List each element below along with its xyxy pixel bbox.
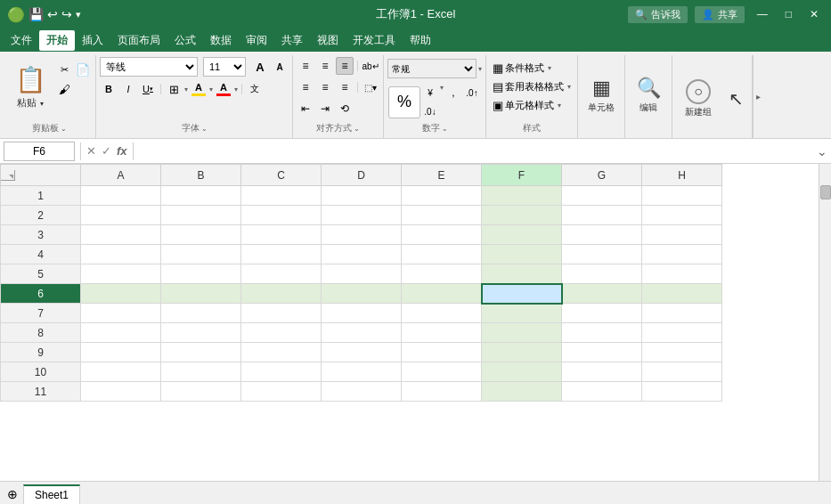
underline-button[interactable]: U ▾ bbox=[139, 80, 157, 98]
cell-G10[interactable] bbox=[562, 362, 642, 382]
cell-F8[interactable] bbox=[482, 323, 562, 343]
cell-A10[interactable] bbox=[81, 362, 161, 382]
bold-button[interactable]: B bbox=[100, 80, 118, 98]
cell-A7[interactable] bbox=[81, 304, 161, 323]
align-mid-center-button[interactable]: ≡ bbox=[316, 78, 334, 96]
cell-B5[interactable] bbox=[161, 264, 241, 284]
cell-H2[interactable] bbox=[642, 206, 722, 225]
merge-center-button[interactable]: ⬚▾ bbox=[362, 78, 379, 96]
text-direction-button[interactable]: ⟲ bbox=[336, 100, 354, 118]
cell-C1[interactable] bbox=[241, 186, 322, 206]
cell-H7[interactable] bbox=[642, 304, 722, 323]
cell-D4[interactable] bbox=[322, 245, 402, 264]
cell-D1[interactable] bbox=[322, 186, 402, 206]
row-header-4[interactable]: 4 bbox=[1, 245, 81, 264]
cell-H3[interactable] bbox=[642, 225, 722, 245]
cell-A9[interactable] bbox=[81, 343, 161, 362]
row-header-5[interactable]: 5 bbox=[1, 264, 81, 284]
align-top-right-button[interactable]: ≡ bbox=[336, 57, 354, 75]
col-header-e[interactable]: E bbox=[402, 165, 482, 186]
align-mid-left-button[interactable]: ≡ bbox=[297, 78, 314, 96]
col-header-h[interactable]: H bbox=[642, 165, 722, 186]
align-top-left-button[interactable]: ≡ bbox=[297, 57, 314, 75]
cell-D3[interactable] bbox=[322, 225, 402, 245]
row-header-10[interactable]: 10 bbox=[1, 362, 81, 382]
cell-G1[interactable] bbox=[562, 186, 642, 206]
cell-F11[interactable] bbox=[482, 382, 562, 402]
cell-G11[interactable] bbox=[562, 382, 642, 402]
cell-F5[interactable] bbox=[482, 264, 562, 284]
cell-B11[interactable] bbox=[161, 382, 241, 402]
cell-B7[interactable] bbox=[161, 304, 241, 323]
align-mid-right-button[interactable]: ≡ bbox=[336, 78, 354, 96]
cell-C9[interactable] bbox=[241, 343, 322, 362]
cell-B3[interactable] bbox=[161, 225, 241, 245]
menu-item-share[interactable]: 共享 bbox=[274, 30, 310, 51]
cell-F4[interactable] bbox=[482, 245, 562, 264]
cell-E9[interactable] bbox=[402, 343, 482, 362]
font-grow-button[interactable]: A bbox=[251, 58, 269, 76]
cell-C10[interactable] bbox=[241, 362, 322, 382]
cell-D6[interactable] bbox=[322, 284, 402, 304]
cell-A3[interactable] bbox=[81, 225, 161, 245]
sheet-tab-1[interactable]: Sheet1 bbox=[23, 484, 80, 504]
scrollbar-thumb[interactable] bbox=[820, 185, 831, 199]
wrap-text-button[interactable]: ab↵ bbox=[362, 57, 379, 75]
cut-button[interactable]: ✂ bbox=[55, 61, 73, 78]
cell-D10[interactable] bbox=[322, 362, 402, 382]
close-button[interactable]: ✕ bbox=[804, 8, 824, 20]
conditional-format-button[interactable]: ▦ 条件格式 ▾ bbox=[490, 61, 554, 76]
cell-H6[interactable] bbox=[642, 284, 722, 304]
number-format-select[interactable]: 常规 bbox=[387, 59, 477, 78]
cell-E4[interactable] bbox=[402, 245, 482, 264]
add-sheet-button[interactable]: ⊕ bbox=[4, 487, 21, 501]
vertical-scrollbar[interactable] bbox=[819, 164, 831, 481]
cell-H8[interactable] bbox=[642, 323, 722, 343]
share-button[interactable]: 👤 共享 bbox=[695, 6, 745, 23]
cell-G4[interactable] bbox=[562, 245, 642, 264]
save-icon[interactable]: 💾 bbox=[29, 7, 44, 21]
percent-button[interactable]: % bbox=[388, 86, 420, 118]
cell-C4[interactable] bbox=[241, 245, 322, 264]
cell-B8[interactable] bbox=[161, 323, 241, 343]
menu-item-page-layout[interactable]: 页面布局 bbox=[110, 30, 167, 51]
search-bar[interactable]: 🔍 告诉我 bbox=[628, 6, 688, 23]
cell-reference-input[interactable] bbox=[4, 142, 75, 161]
cell-E2[interactable] bbox=[402, 206, 482, 225]
cell-A4[interactable] bbox=[81, 245, 161, 264]
comma-button[interactable]: , bbox=[444, 84, 462, 102]
col-header-g[interactable]: G bbox=[562, 165, 642, 186]
menu-item-view[interactable]: 视图 bbox=[310, 30, 346, 51]
cell-style-button[interactable]: ▣ 单元格样式 ▾ bbox=[490, 98, 564, 113]
cell-B4[interactable] bbox=[161, 245, 241, 264]
formula-expand-icon[interactable]: ⌄ bbox=[817, 144, 827, 159]
restore-button[interactable]: □ bbox=[780, 8, 797, 20]
copy-button[interactable]: 📄 bbox=[74, 61, 92, 78]
cell-C6[interactable] bbox=[241, 284, 322, 304]
cell-D2[interactable] bbox=[322, 206, 402, 225]
row-header-1[interactable]: 1 bbox=[1, 186, 81, 206]
ribbon-scroll-button[interactable]: ▸ bbox=[753, 55, 763, 138]
col-header-a[interactable]: A bbox=[81, 165, 161, 186]
grid-wrapper[interactable]: A B C D E F G H 1234567891011 bbox=[0, 164, 819, 481]
cell-H5[interactable] bbox=[642, 264, 722, 284]
cell-D9[interactable] bbox=[322, 343, 402, 362]
alignment-expand-icon[interactable]: ⌄ bbox=[354, 125, 360, 133]
cell-C7[interactable] bbox=[241, 304, 322, 323]
cell-H1[interactable] bbox=[642, 186, 722, 206]
cell-F3[interactable] bbox=[482, 225, 562, 245]
font-shrink-button[interactable]: A bbox=[271, 58, 289, 76]
cell-A8[interactable] bbox=[81, 323, 161, 343]
cell-D7[interactable] bbox=[322, 304, 402, 323]
cell-E8[interactable] bbox=[402, 323, 482, 343]
cell-E1[interactable] bbox=[402, 186, 482, 206]
indent-decrease-button[interactable]: ⇤ bbox=[297, 100, 314, 118]
cell-C2[interactable] bbox=[241, 206, 322, 225]
increase-decimal-button[interactable]: .0↑ bbox=[463, 84, 481, 102]
row-header-2[interactable]: 2 bbox=[1, 206, 81, 225]
menu-item-formula[interactable]: 公式 bbox=[167, 30, 203, 51]
row-header-11[interactable]: 11 bbox=[1, 382, 81, 402]
formula-fx-icon[interactable]: fx bbox=[117, 144, 127, 158]
menu-item-insert[interactable]: 插入 bbox=[75, 30, 110, 51]
menu-item-review[interactable]: 审阅 bbox=[239, 30, 274, 51]
